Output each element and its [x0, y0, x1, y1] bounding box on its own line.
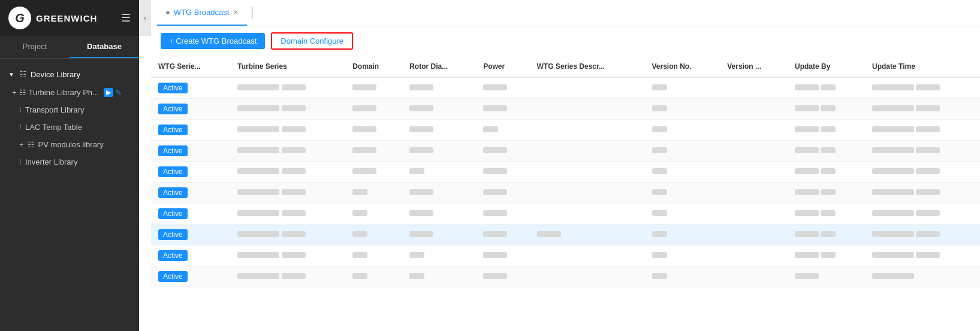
- cell-domain: [345, 204, 402, 224]
- cell-version: [720, 245, 788, 266]
- create-wtg-broadcast-button[interactable]: + Create WTG Broadcast: [161, 33, 265, 49]
- cell-descr: [530, 99, 645, 120]
- cell-power: [476, 77, 529, 99]
- cell-rotor-dia: [402, 224, 476, 245]
- table-row[interactable]: Active: [151, 204, 980, 224]
- cell-version-no: [645, 183, 720, 204]
- table-header-row: WTG Serie... Turbine Series Domain Rotor…: [151, 56, 980, 77]
- cell-update-time: [865, 224, 980, 245]
- table-row[interactable]: Active: [151, 266, 980, 287]
- cell-version-no: [645, 266, 720, 287]
- cell-descr: [530, 141, 645, 162]
- col-rotor-dia: Rotor Dia...: [402, 56, 476, 77]
- plus-icon: +: [12, 88, 17, 97]
- cell-descr: [530, 120, 645, 141]
- sidebar-item-lac-temp[interactable]: ⁝ LAC Temp Table: [0, 119, 139, 136]
- cell-descr: [530, 162, 645, 183]
- cell-domain: [345, 224, 402, 245]
- brand-name: GREENWICH: [36, 13, 97, 23]
- tab-label: WTG Broadcast: [174, 8, 229, 17]
- logo-area: G GREENWICH: [8, 7, 97, 29]
- cell-version-no: [645, 141, 720, 162]
- sidebar-collapse-button[interactable]: ‹: [139, 0, 151, 36]
- cell-status: Active: [151, 77, 230, 99]
- cell-turbine-series: [230, 141, 345, 162]
- table-icon-pv: ☷: [28, 140, 35, 149]
- nav-tab-project[interactable]: Project: [0, 36, 70, 58]
- turbine-actions: ▶ ✎: [104, 88, 122, 97]
- status-badge: Active: [158, 187, 188, 198]
- sidebar-item-device-library[interactable]: ▼ ☷ Device Library: [0, 65, 139, 84]
- hamburger-icon[interactable]: ☰: [121, 11, 131, 25]
- sidebar-item-inverter-library[interactable]: ⁝ Inverter Library: [0, 153, 139, 171]
- tab-broadcast-icon: ●: [165, 8, 170, 17]
- cell-power: [476, 162, 529, 183]
- col-wtg-series: WTG Serie...: [151, 56, 230, 77]
- col-turbine-series: Turbine Series: [230, 56, 345, 77]
- cell-status: Active: [151, 183, 230, 204]
- cell-update-by: [788, 141, 865, 162]
- tab-wtg-broadcast[interactable]: ● WTG Broadcast ✕: [157, 0, 247, 26]
- cell-turbine-series: [230, 204, 345, 224]
- cell-descr: [530, 224, 645, 245]
- cell-version: [720, 120, 788, 141]
- sidebar-item-turbine-library[interactable]: + ☷ Turbine Library Ph... ▶ ✎: [0, 84, 139, 101]
- domain-configure-button[interactable]: Domain Configure: [271, 32, 353, 50]
- table-row[interactable]: Active: [151, 120, 980, 141]
- cell-version-no: [645, 77, 720, 99]
- col-domain: Domain: [345, 56, 402, 77]
- cell-status: Active: [151, 162, 230, 183]
- tab-separator: [252, 7, 252, 19]
- cell-descr: [530, 77, 645, 99]
- status-badge: Active: [158, 145, 188, 156]
- cell-rotor-dia: [402, 120, 476, 141]
- status-badge: Active: [158, 104, 188, 114]
- cell-update-by: [788, 204, 865, 224]
- table-row[interactable]: Active: [151, 245, 980, 266]
- table-row[interactable]: Active: [151, 224, 980, 245]
- cell-rotor-dia: [402, 204, 476, 224]
- tab-close-button[interactable]: ✕: [233, 8, 239, 17]
- turbine-library-label: Turbine Library Ph...: [29, 88, 99, 97]
- status-badge: Active: [158, 250, 188, 261]
- table-row[interactable]: Active: [151, 99, 980, 120]
- sidebar-item-pv-modules[interactable]: + ☷ PV modules library: [0, 136, 139, 153]
- cell-turbine-series: [230, 245, 345, 266]
- cell-descr: [530, 266, 645, 287]
- table-icon: ☷: [19, 69, 27, 79]
- main-content: ● WTG Broadcast ✕ + Create WTG Broadcast…: [151, 0, 980, 331]
- sidebar-item-transport-library[interactable]: ⁝ Transport Library: [0, 101, 139, 119]
- broadcast-action-icon[interactable]: ▶: [104, 88, 113, 97]
- edit-icon[interactable]: ✎: [116, 89, 122, 97]
- device-library-label: Device Library: [31, 70, 80, 79]
- cell-version-no: [645, 120, 720, 141]
- cell-domain: [345, 266, 402, 287]
- table-row[interactable]: Active: [151, 183, 980, 204]
- cell-update-by: [788, 183, 865, 204]
- nav-tab-database[interactable]: Database: [70, 36, 139, 58]
- table-row[interactable]: Active: [151, 141, 980, 162]
- cell-version-no: [645, 245, 720, 266]
- table-row[interactable]: Active: [151, 77, 980, 99]
- cell-status: Active: [151, 204, 230, 224]
- cell-rotor-dia: [402, 77, 476, 99]
- cell-rotor-dia: [402, 99, 476, 120]
- cell-status: Active: [151, 99, 230, 120]
- cell-update-by: [788, 266, 865, 287]
- cell-update-by: [788, 162, 865, 183]
- cell-power: [476, 204, 529, 224]
- cell-domain: [345, 162, 402, 183]
- cell-rotor-dia: [402, 162, 476, 183]
- col-update-by: Update By: [788, 56, 865, 77]
- cell-rotor-dia: [402, 141, 476, 162]
- cell-version: [720, 162, 788, 183]
- cell-power: [476, 266, 529, 287]
- cell-version: [720, 99, 788, 120]
- col-version-no: Version No.: [645, 56, 720, 77]
- cell-turbine-series: [230, 77, 345, 99]
- cell-descr: [530, 204, 645, 224]
- cell-power: [476, 141, 529, 162]
- status-badge: Active: [158, 229, 188, 240]
- cell-turbine-series: [230, 99, 345, 120]
- table-row[interactable]: Active: [151, 162, 980, 183]
